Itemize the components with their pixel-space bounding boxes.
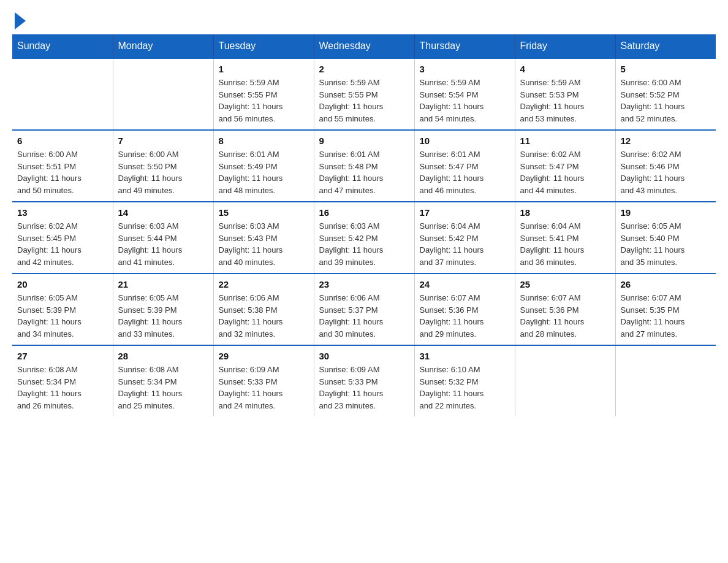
day-info: Sunrise: 6:03 AMSunset: 5:42 PMDaylight:… <box>319 220 409 268</box>
calendar-week-row: 6Sunrise: 6:00 AMSunset: 5:51 PMDaylight… <box>12 130 716 202</box>
day-info: Sunrise: 6:07 AMSunset: 5:36 PMDaylight:… <box>520 292 610 340</box>
calendar-cell: 8Sunrise: 6:01 AMSunset: 5:49 PMDaylight… <box>213 130 314 202</box>
day-info: Sunrise: 6:01 AMSunset: 5:49 PMDaylight:… <box>219 148 309 196</box>
day-number: 5 <box>621 64 711 74</box>
day-number: 10 <box>420 136 510 146</box>
day-number: 9 <box>319 136 409 146</box>
day-info: Sunrise: 5:59 AMSunset: 5:55 PMDaylight:… <box>319 77 409 124</box>
day-number: 2 <box>319 64 409 74</box>
day-info: Sunrise: 6:00 AMSunset: 5:51 PMDaylight:… <box>17 148 108 196</box>
calendar-cell <box>515 345 615 416</box>
day-info: Sunrise: 6:02 AMSunset: 5:47 PMDaylight:… <box>520 148 610 196</box>
calendar-cell: 27Sunrise: 6:08 AMSunset: 5:34 PMDayligh… <box>12 345 113 416</box>
day-info: Sunrise: 6:01 AMSunset: 5:48 PMDaylight:… <box>319 148 409 196</box>
day-info: Sunrise: 6:08 AMSunset: 5:34 PMDaylight:… <box>118 364 208 412</box>
day-number: 19 <box>621 207 711 218</box>
day-info: Sunrise: 6:02 AMSunset: 5:45 PMDaylight:… <box>17 220 108 268</box>
calendar-cell: 3Sunrise: 5:59 AMSunset: 5:54 PMDaylight… <box>414 58 515 130</box>
day-number: 16 <box>319 207 409 218</box>
day-info: Sunrise: 5:59 AMSunset: 5:53 PMDaylight:… <box>520 77 610 124</box>
day-number: 23 <box>319 279 409 289</box>
day-info: Sunrise: 5:59 AMSunset: 5:54 PMDaylight:… <box>420 77 510 124</box>
day-number: 22 <box>219 279 309 289</box>
day-number: 31 <box>420 351 510 361</box>
day-number: 6 <box>17 136 108 146</box>
day-number: 14 <box>118 207 208 218</box>
calendar-cell: 19Sunrise: 6:05 AMSunset: 5:40 PMDayligh… <box>615 202 716 274</box>
calendar-week-row: 13Sunrise: 6:02 AMSunset: 5:45 PMDayligh… <box>12 202 716 274</box>
calendar-cell: 22Sunrise: 6:06 AMSunset: 5:38 PMDayligh… <box>213 274 314 345</box>
day-of-week-header: Sunday <box>12 34 113 58</box>
calendar-cell: 30Sunrise: 6:09 AMSunset: 5:33 PMDayligh… <box>314 345 414 416</box>
calendar-cell: 14Sunrise: 6:03 AMSunset: 5:44 PMDayligh… <box>113 202 213 274</box>
day-number: 20 <box>17 279 108 289</box>
calendar-week-row: 1Sunrise: 5:59 AMSunset: 5:55 PMDaylight… <box>12 58 716 130</box>
day-number: 8 <box>219 136 309 146</box>
calendar-cell: 2Sunrise: 5:59 AMSunset: 5:55 PMDaylight… <box>314 58 414 130</box>
day-of-week-header: Thursday <box>414 34 515 58</box>
calendar-cell: 15Sunrise: 6:03 AMSunset: 5:43 PMDayligh… <box>213 202 314 274</box>
day-number: 28 <box>118 351 208 361</box>
day-of-week-header: Wednesday <box>314 34 414 58</box>
day-number: 15 <box>219 207 309 218</box>
day-info: Sunrise: 6:02 AMSunset: 5:46 PMDaylight:… <box>621 148 711 196</box>
logo-arrow-icon <box>15 12 26 29</box>
calendar-cell: 31Sunrise: 6:10 AMSunset: 5:32 PMDayligh… <box>414 345 515 416</box>
logo <box>12 12 27 29</box>
day-info: Sunrise: 6:07 AMSunset: 5:36 PMDaylight:… <box>420 292 510 340</box>
calendar-week-row: 27Sunrise: 6:08 AMSunset: 5:34 PMDayligh… <box>12 345 716 416</box>
calendar-table: SundayMondayTuesdayWednesdayThursdayFrid… <box>12 34 716 416</box>
day-number: 11 <box>520 136 610 146</box>
day-number: 1 <box>219 64 309 74</box>
calendar-header-row: SundayMondayTuesdayWednesdayThursdayFrid… <box>12 34 716 58</box>
day-of-week-header: Saturday <box>615 34 716 58</box>
day-info: Sunrise: 6:05 AMSunset: 5:40 PMDaylight:… <box>621 220 711 268</box>
day-info: Sunrise: 6:04 AMSunset: 5:41 PMDaylight:… <box>520 220 610 268</box>
calendar-cell: 13Sunrise: 6:02 AMSunset: 5:45 PMDayligh… <box>12 202 113 274</box>
calendar-week-row: 20Sunrise: 6:05 AMSunset: 5:39 PMDayligh… <box>12 274 716 345</box>
day-info: Sunrise: 6:03 AMSunset: 5:43 PMDaylight:… <box>219 220 309 268</box>
calendar-cell: 23Sunrise: 6:06 AMSunset: 5:37 PMDayligh… <box>314 274 414 345</box>
calendar-cell: 4Sunrise: 5:59 AMSunset: 5:53 PMDaylight… <box>515 58 615 130</box>
day-info: Sunrise: 6:04 AMSunset: 5:42 PMDaylight:… <box>420 220 510 268</box>
day-info: Sunrise: 6:06 AMSunset: 5:37 PMDaylight:… <box>319 292 409 340</box>
calendar-cell: 28Sunrise: 6:08 AMSunset: 5:34 PMDayligh… <box>113 345 213 416</box>
day-number: 12 <box>621 136 711 146</box>
day-info: Sunrise: 6:00 AMSunset: 5:50 PMDaylight:… <box>118 148 208 196</box>
calendar-cell: 6Sunrise: 6:00 AMSunset: 5:51 PMDaylight… <box>12 130 113 202</box>
day-number: 25 <box>520 279 610 289</box>
day-info: Sunrise: 6:00 AMSunset: 5:52 PMDaylight:… <box>621 77 711 124</box>
header <box>12 12 716 29</box>
day-info: Sunrise: 6:01 AMSunset: 5:47 PMDaylight:… <box>420 148 510 196</box>
day-number: 18 <box>520 207 610 218</box>
day-of-week-header: Monday <box>113 34 213 58</box>
calendar-cell: 7Sunrise: 6:00 AMSunset: 5:50 PMDaylight… <box>113 130 213 202</box>
day-number: 4 <box>520 64 610 74</box>
day-number: 26 <box>621 279 711 289</box>
day-number: 24 <box>420 279 510 289</box>
day-info: Sunrise: 6:09 AMSunset: 5:33 PMDaylight:… <box>219 364 309 412</box>
day-number: 30 <box>319 351 409 361</box>
day-info: Sunrise: 6:06 AMSunset: 5:38 PMDaylight:… <box>219 292 309 340</box>
calendar-cell: 20Sunrise: 6:05 AMSunset: 5:39 PMDayligh… <box>12 274 113 345</box>
day-info: Sunrise: 6:09 AMSunset: 5:33 PMDaylight:… <box>319 364 409 412</box>
calendar-cell: 18Sunrise: 6:04 AMSunset: 5:41 PMDayligh… <box>515 202 615 274</box>
calendar-cell <box>12 58 113 130</box>
day-of-week-header: Tuesday <box>213 34 314 58</box>
day-info: Sunrise: 6:10 AMSunset: 5:32 PMDaylight:… <box>420 364 510 412</box>
day-info: Sunrise: 6:08 AMSunset: 5:34 PMDaylight:… <box>17 364 108 412</box>
day-number: 17 <box>420 207 510 218</box>
calendar-cell: 10Sunrise: 6:01 AMSunset: 5:47 PMDayligh… <box>414 130 515 202</box>
day-number: 7 <box>118 136 208 146</box>
calendar-cell: 1Sunrise: 5:59 AMSunset: 5:55 PMDaylight… <box>213 58 314 130</box>
day-number: 13 <box>17 207 108 218</box>
calendar-cell: 21Sunrise: 6:05 AMSunset: 5:39 PMDayligh… <box>113 274 213 345</box>
calendar-cell: 25Sunrise: 6:07 AMSunset: 5:36 PMDayligh… <box>515 274 615 345</box>
day-info: Sunrise: 6:03 AMSunset: 5:44 PMDaylight:… <box>118 220 208 268</box>
day-number: 27 <box>17 351 108 361</box>
calendar-cell: 29Sunrise: 6:09 AMSunset: 5:33 PMDayligh… <box>213 345 314 416</box>
day-info: Sunrise: 6:05 AMSunset: 5:39 PMDaylight:… <box>17 292 108 340</box>
calendar-cell: 16Sunrise: 6:03 AMSunset: 5:42 PMDayligh… <box>314 202 414 274</box>
day-number: 21 <box>118 279 208 289</box>
day-number: 29 <box>219 351 309 361</box>
